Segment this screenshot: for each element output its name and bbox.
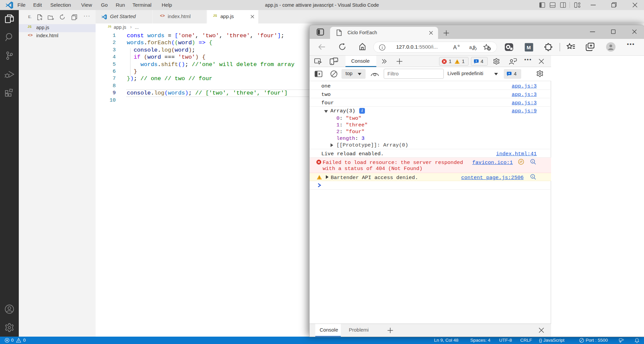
svg-text:あ: あ xyxy=(472,45,477,50)
svg-text:A: A xyxy=(453,45,457,50)
svg-text:a: a xyxy=(469,45,472,50)
svg-text:M: M xyxy=(527,45,531,50)
